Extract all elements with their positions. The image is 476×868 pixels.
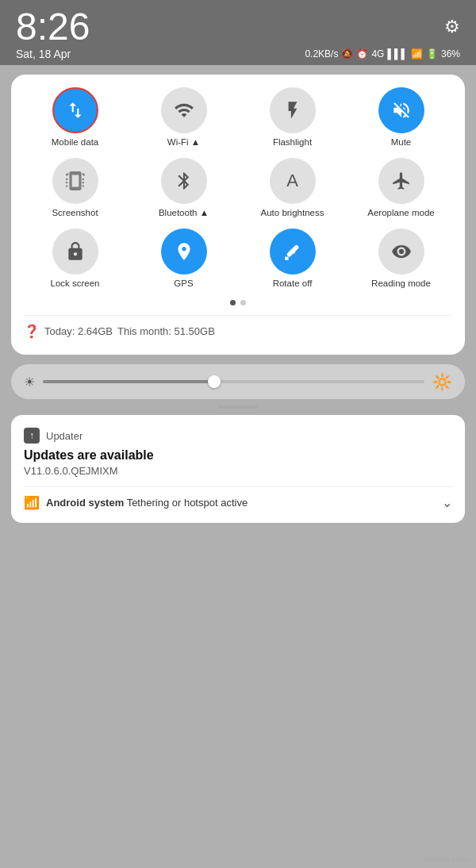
brightness-fill — [43, 380, 214, 383]
tile-auto-brightness[interactable]: A Auto brightness — [241, 158, 344, 219]
tile-bluetooth-label: Bluetooth ▲ — [159, 208, 209, 219]
tile-aeroplane-label: Aeroplane mode — [367, 208, 434, 219]
battery-icon: 🔋 — [426, 48, 438, 60]
mobile-data-svg — [65, 100, 86, 121]
reading-mode-svg — [391, 241, 412, 262]
dot-2[interactable] — [240, 300, 246, 305]
silent-icon: 🔕 — [341, 48, 353, 60]
brightness-low-icon: ☀ — [24, 374, 35, 390]
brightness-track[interactable] — [43, 380, 424, 383]
tile-flashlight-label: Flashlight — [273, 137, 312, 148]
settings-icon[interactable]: ⚙ — [444, 17, 460, 37]
brightness-thumb[interactable] — [208, 375, 221, 388]
data-usage-month: This month: 51.50GB — [117, 325, 215, 337]
notif-app-name: Updater — [46, 430, 83, 442]
svg-point-0 — [290, 248, 295, 254]
tile-reading-mode-icon — [378, 229, 424, 275]
tile-reading-mode-label: Reading mode — [371, 278, 431, 290]
tile-flashlight-icon — [270, 87, 316, 133]
brightness-high-icon: 🔆 — [432, 372, 452, 391]
notif-android-label: Android system — [46, 497, 124, 509]
drag-handle — [0, 405, 476, 409]
tile-bluetooth-icon — [161, 158, 207, 204]
wifi-svg — [174, 100, 194, 121]
tiles-grid: Mobile data Wi-Fi ▲ Flashlight — [24, 87, 452, 289]
brightness-bar[interactable]: ☀ 🔆 — [11, 364, 465, 399]
status-icons: 0.2KB/s 🔕 ⏰ 4G ▌▌▌ 📶 🔋 36% — [305, 48, 460, 60]
tile-rotate-off-label: Rotate off — [273, 278, 313, 290]
tile-aeroplane[interactable]: Aeroplane mode — [350, 158, 452, 219]
notification-card: ↑ Updater Updates are available V11.0.6.… — [11, 415, 465, 523]
data-usage-row: ❓ Today: 2.64GB This month: 51.50GB — [24, 315, 452, 342]
battery-text: 36% — [441, 48, 460, 60]
tile-aeroplane-icon — [378, 158, 424, 204]
data-icon: 4G — [371, 48, 384, 60]
chevron-down-icon[interactable]: ⌄ — [442, 495, 452, 510]
data-usage-today: Today: 2.64GB — [44, 325, 113, 337]
gps-svg — [174, 241, 194, 262]
tile-reading-mode[interactable]: Reading mode — [350, 229, 452, 290]
watermark: wsxdn.com — [424, 854, 468, 863]
tile-mute-icon — [378, 87, 424, 133]
notif-subtitle: V11.0.6.0.QEJMIXM — [24, 465, 452, 477]
aeroplane-svg — [391, 171, 412, 191]
tile-gps[interactable]: GPS — [132, 229, 235, 290]
tile-wifi-icon — [161, 87, 207, 133]
speed-indicator: 0.2KB/s — [305, 48, 338, 60]
notif-title: Updates are available — [24, 448, 452, 463]
notif-android-text: Android system Tethering or hotspot acti… — [46, 497, 248, 509]
rotate-off-svg — [282, 241, 303, 262]
date-display: Sat, 18 Apr — [16, 48, 71, 60]
notif-updater-row: ↑ Updater — [24, 428, 452, 444]
tile-wifi-label: Wi-Fi ▲ — [167, 137, 200, 148]
tile-screenshot-label: Screenshot — [52, 208, 98, 219]
time-display: 8:26 — [16, 8, 90, 46]
notif-android-desc-text: Tethering or hotspot active — [127, 497, 248, 509]
tile-auto-brightness-label: Auto brightness — [261, 208, 324, 219]
status-bar: 8:26 ⚙ Sat, 18 Apr 0.2KB/s 🔕 ⏰ 4G ▌▌▌ 📶 … — [0, 0, 476, 65]
page-dots — [24, 300, 452, 305]
tile-mute-label: Mute — [391, 137, 412, 148]
wifi-icon: 📶 — [411, 48, 423, 60]
drag-handle-bar — [218, 405, 258, 409]
signal-icon: ▌▌▌ — [387, 48, 408, 60]
screenshot-svg — [65, 171, 86, 191]
data-usage-icon: ❓ — [24, 324, 40, 339]
updater-icon: ↑ — [24, 428, 40, 444]
tile-rotate-off-icon — [270, 229, 316, 275]
tile-lock-screen-icon — [52, 229, 98, 275]
tile-mobile-data[interactable]: Mobile data — [24, 87, 126, 148]
tile-screenshot[interactable]: Screenshot — [24, 158, 126, 219]
flashlight-svg — [282, 100, 303, 121]
lock-svg — [65, 241, 86, 262]
tile-mute[interactable]: Mute — [350, 87, 452, 148]
bluetooth-svg — [174, 171, 194, 191]
tile-lock-screen-label: Lock screen — [50, 278, 99, 290]
notif-android-row: 📶 Android system Tethering or hotspot ac… — [24, 495, 452, 510]
tile-screenshot-icon — [52, 158, 98, 204]
wifi-icon-small: 📶 — [24, 495, 40, 510]
notif-divider — [24, 486, 452, 487]
tile-lock-screen[interactable]: Lock screen — [24, 229, 126, 290]
tile-gps-icon — [161, 229, 207, 275]
quick-settings-panel: Mobile data Wi-Fi ▲ Flashlight — [11, 75, 465, 355]
mute-svg — [391, 100, 412, 121]
auto-brightness-symbol: A — [286, 171, 298, 191]
tile-auto-brightness-icon: A — [270, 158, 316, 204]
tile-mobile-data-icon — [52, 87, 98, 133]
alarm-icon: ⏰ — [356, 48, 368, 60]
tile-wifi[interactable]: Wi-Fi ▲ — [132, 87, 235, 148]
tile-flashlight[interactable]: Flashlight — [241, 87, 344, 148]
tile-rotate-off[interactable]: Rotate off — [241, 229, 344, 290]
tile-mobile-data-label: Mobile data — [52, 137, 98, 148]
tile-gps-label: GPS — [174, 278, 193, 290]
tile-bluetooth[interactable]: Bluetooth ▲ — [132, 158, 235, 219]
dot-1[interactable] — [230, 300, 236, 305]
